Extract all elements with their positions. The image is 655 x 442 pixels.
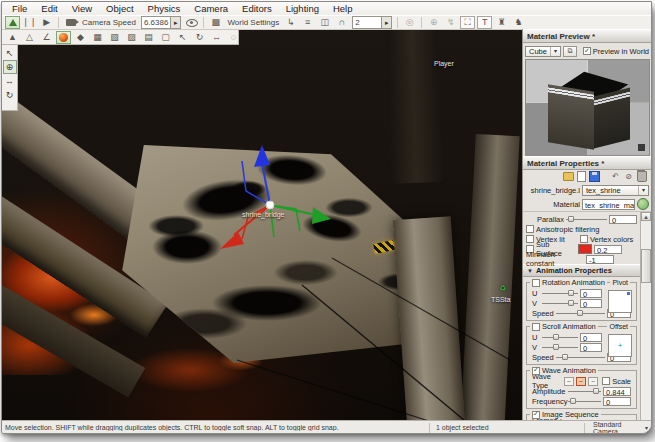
menu-view[interactable]: View — [65, 2, 99, 15]
scroll-animation-checkbox[interactable] — [532, 323, 540, 331]
3d-viewport[interactable]: Player shrine_bridge ♻ TSSta — [2, 30, 522, 420]
material-preview-viewport[interactable] — [525, 59, 650, 156]
stamp-icon[interactable]: ▤ — [141, 31, 156, 44]
open-folder-icon[interactable] — [563, 172, 574, 182]
play-icon[interactable]: ▶ — [39, 16, 54, 29]
animation-properties-header[interactable]: ▼ Animation Properties — [523, 264, 640, 277]
menu-editors[interactable]: Editors — [235, 2, 279, 15]
move-gizmo[interactable] — [212, 143, 332, 255]
grid-snap-spinner[interactable]: 2 ▸ — [352, 16, 392, 29]
menu-help[interactable]: Help — [326, 2, 360, 15]
preview-resize-handle[interactable] — [638, 144, 645, 151]
wave-scale-checkbox[interactable] — [602, 377, 610, 385]
snap-magnet-icon[interactable]: ∩ — [334, 16, 349, 29]
spinner-arrow-icon[interactable]: ▸ — [381, 17, 391, 28]
scene-editor-icon[interactable] — [5, 16, 20, 29]
camera-speed-spinner[interactable]: 6.6386 ▸ — [141, 16, 181, 29]
menu-physics[interactable]: Physics — [141, 2, 188, 15]
object-snap-icon[interactable]: ↯ — [443, 16, 458, 29]
undo-icon[interactable]: ↶ — [610, 172, 621, 182]
delete-icon[interactable] — [636, 172, 647, 182]
scroll-u-value[interactable]: 0 — [580, 333, 602, 342]
bounds-mode-icon[interactable]: ⛶ — [460, 16, 475, 29]
world-settings-button[interactable]: World Settings — [227, 18, 279, 27]
rotation-v-slider[interactable] — [542, 299, 578, 307]
parallax-slider[interactable] — [566, 215, 607, 223]
move-tool-icon[interactable]: ⊕ — [3, 60, 17, 74]
scroll-v-value[interactable]: 0 — [580, 343, 602, 352]
translate-tool-icon[interactable]: ↔ — [3, 74, 17, 88]
panel-scrollbar[interactable]: ▲ ▼ — [640, 212, 651, 429]
spinner-arrow-icon[interactable]: ▸ — [170, 17, 180, 28]
amplitude-value[interactable]: 0.844 — [603, 387, 631, 396]
copy-layers-icon[interactable]: ⧉ — [563, 46, 577, 57]
wave-square-icon[interactable]: ~ — [588, 377, 598, 386]
rotation-v-value[interactable]: 0 — [580, 299, 602, 308]
vertex-lit-checkbox[interactable] — [526, 235, 534, 243]
menu-file[interactable]: File — [5, 2, 34, 15]
rotate-brush-icon[interactable]: ↻ — [192, 31, 207, 44]
image-sequence-checkbox[interactable] — [532, 411, 540, 419]
scale-brush-icon[interactable]: ↔ — [209, 31, 224, 44]
pointer-icon[interactable]: ↖ — [175, 31, 190, 44]
new-material-icon[interactable] — [576, 172, 587, 182]
scroll-up-icon[interactable]: ▲ — [641, 212, 651, 221]
scroll-speed-slider[interactable] — [556, 353, 605, 361]
globe-icon[interactable] — [637, 198, 649, 210]
target-dropdown[interactable]: tex_shrine ▾ — [582, 185, 649, 196]
rotation-speed-slider[interactable] — [556, 309, 605, 317]
brush-settings-icon[interactable]: ◌ — [226, 31, 241, 44]
frequency-value[interactable]: 0 — [603, 397, 631, 406]
scroll-u-slider[interactable] — [542, 333, 578, 341]
discard-icon[interactable]: ⊘ — [623, 172, 634, 182]
menu-object[interactable]: Object — [99, 2, 140, 15]
wave-sin-icon[interactable]: ~ — [564, 377, 574, 386]
scrollbar-thumb[interactable] — [641, 249, 651, 283]
rotation-animation-checkbox[interactable] — [532, 279, 540, 287]
bounds-icon[interactable]: ◫ — [317, 16, 332, 29]
material-preview-header[interactable]: Material Preview * — [523, 29, 651, 43]
tsstatic-marker-icon[interactable]: ♻ — [499, 284, 506, 293]
object-bounds-icon[interactable]: ♞ — [511, 16, 526, 29]
rotation-pivot-box[interactable] — [608, 290, 632, 313]
text-mode-icon[interactable]: T — [477, 16, 492, 29]
minnaert-value[interactable]: -1 — [586, 255, 614, 264]
material-properties-header[interactable]: Material Properties * — [523, 156, 651, 170]
sub-surface-value[interactable]: 0.2 — [594, 245, 622, 254]
wave-triangle-icon[interactable]: ~ — [576, 377, 586, 386]
object-center-icon[interactable]: ♜ — [494, 16, 509, 29]
frequency-slider[interactable] — [568, 397, 601, 405]
menu-camera[interactable]: Camera — [187, 2, 235, 15]
scroll-offset-box[interactable]: + — [608, 334, 632, 357]
terrain-raise-icon[interactable]: ▲ — [5, 31, 20, 44]
paint-bucket-icon[interactable]: ▧ — [107, 31, 122, 44]
save-icon[interactable] — [589, 172, 600, 182]
preview-in-world-checkbox[interactable] — [583, 47, 591, 55]
preview-shape-dropdown[interactable]: Cube ▾ — [525, 46, 561, 57]
drop-at-cursor-icon[interactable]: ↳ — [283, 16, 298, 29]
material-name-field[interactable]: tex_shrine_material — [582, 199, 635, 210]
fog-toggle-icon[interactable]: ▩ — [208, 16, 223, 29]
anisotropic-checkbox[interactable] — [526, 225, 534, 233]
menu-edit[interactable]: Edit — [34, 2, 64, 15]
material-editor-icon[interactable] — [56, 31, 71, 44]
select-tool-icon[interactable]: ↖ — [3, 46, 17, 60]
scroll-v-slider[interactable] — [542, 343, 578, 351]
airbrush-icon[interactable]: ▨ — [124, 31, 139, 44]
camera-icon[interactable] — [63, 16, 78, 29]
camera-mode-dropdown[interactable]: Standard Camera ▾ — [585, 421, 651, 435]
terrain-snap-icon[interactable]: ⊕ — [426, 16, 441, 29]
terrain-lower-icon[interactable]: △ — [22, 31, 37, 44]
marquee-select-icon[interactable]: ▢ — [158, 31, 173, 44]
vertex-colors-checkbox[interactable] — [580, 235, 588, 243]
shield-brush-icon[interactable]: ◆ — [73, 31, 88, 44]
pause-icon[interactable]: ❘❘ — [22, 16, 37, 29]
menu-lighting[interactable]: Lighting — [279, 2, 326, 15]
rotate-tool-icon[interactable]: ↻ — [3, 88, 17, 102]
parallax-value[interactable]: 0 — [609, 215, 637, 224]
rotation-u-slider[interactable] — [542, 289, 578, 297]
wave-animation-checkbox[interactable] — [532, 367, 540, 375]
terrain-slope-icon[interactable]: ∠ — [39, 31, 54, 44]
rotation-u-value[interactable]: 0 — [580, 289, 602, 298]
soft-snap-icon[interactable]: ◎ — [402, 16, 417, 29]
